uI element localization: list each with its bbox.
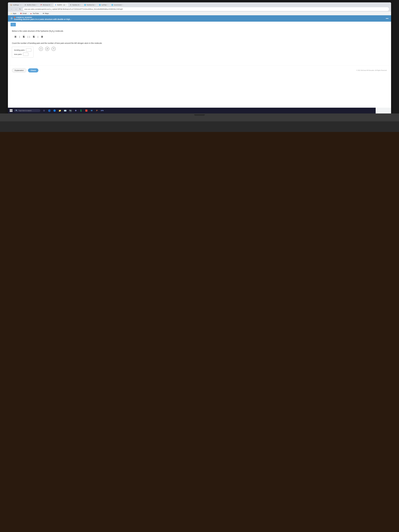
- lone-pair-dots-n2: ··: [33, 34, 35, 36]
- problem-description: Below is the Lewis structure of the hydr…: [12, 30, 387, 33]
- tab-nutrition-ar[interactable]: ⚙ Nutrition Ar ×: [69, 3, 82, 6]
- start-button[interactable]: [9, 108, 13, 113]
- bookmark-maps[interactable]: 🗺 Maps: [42, 12, 50, 15]
- tab-icon-aleks-chem: ⚙: [24, 4, 26, 6]
- header-title-section: CHEMICAL BONDING Counting electron pairs…: [14, 17, 71, 20]
- x-icon: ×: [40, 48, 41, 50]
- lone-pairs-input[interactable]: [23, 53, 28, 56]
- tab-mywings[interactable]: 🏠 myWings - ×: [9, 3, 23, 6]
- fields-box: bonding pairs: lone pairs:: [12, 47, 33, 57]
- taskview-icon[interactable]: ⊡: [42, 108, 46, 113]
- address-input[interactable]: [23, 7, 389, 11]
- close-action-button[interactable]: ×: [39, 47, 43, 51]
- header-subtitle: Counting electron pairs in a Lewis struc…: [14, 18, 71, 20]
- tab-close-aleks-chem[interactable]: ×: [36, 4, 37, 6]
- lewis-h1: H: [14, 35, 16, 39]
- lewis-bond1: :: [17, 35, 22, 39]
- tab-close-myplate[interactable]: ×: [108, 4, 108, 6]
- bookmark-apps[interactable]: ⚡ Apps: [10, 12, 17, 15]
- bookmark-youtube[interactable]: ▶ YouTube: [29, 12, 40, 15]
- search-placeholder-text: Type here to search: [19, 110, 32, 111]
- lewis-n1: ·· N: [23, 35, 25, 39]
- reload-button[interactable]: ↻: [19, 7, 22, 11]
- bookmarks-bar: ⚡ Apps M Gmail ▶ YouTube 🗺 Maps: [8, 12, 391, 15]
- minimize-bar: [386, 18, 388, 19]
- laptop-body: [0, 114, 399, 121]
- apps-icon: ⚡: [10, 13, 12, 14]
- lone-pair-dots-n1: ··: [23, 34, 25, 36]
- expand-button[interactable]: ⌄: [11, 23, 16, 26]
- formula-text: (N2H2) molecule.: [49, 30, 63, 32]
- chrome-icon[interactable]: 🔵: [52, 108, 57, 113]
- menu-icon[interactable]: ☰: [11, 17, 13, 20]
- mail-icon[interactable]: 📧: [63, 108, 68, 113]
- edge-icon[interactable]: 🌀: [47, 108, 52, 113]
- explanation-button[interactable]: Explanation: [12, 68, 26, 73]
- taskbar-apps: ⊡ 🌀 🔵 📁 📧 📷 ❖: [42, 108, 105, 113]
- search-icon: 🔍: [16, 110, 18, 112]
- lewis-structure-display: H : ·· N :: ·· N : H: [14, 35, 387, 39]
- footer-area: Explanation Check © 2021 McGraw-Hill Edu…: [8, 65, 391, 75]
- tab-icon-nutrition-ar: ⚙: [70, 4, 72, 6]
- tab-close-nutrition-cal[interactable]: ×: [95, 4, 96, 6]
- action-buttons: × ↺ ?: [39, 47, 56, 51]
- lewis-bond2: :: [35, 35, 41, 39]
- tab-myplate[interactable]: 🌐 myPlate ×: [98, 3, 110, 6]
- undo-icon: ↺: [46, 48, 48, 50]
- tab-icon-nutrition-cal: 🌐: [84, 4, 86, 6]
- youtube-icon: ▶: [30, 13, 32, 14]
- taskbar-search[interactable]: 🔍 Type here to search: [14, 109, 40, 112]
- back-button[interactable]: ←: [10, 7, 13, 11]
- bonding-pairs-label: bonding pairs:: [14, 49, 25, 51]
- copyright-text: © 2021 McGraw-Hill Education. All Rights…: [356, 70, 387, 71]
- lewis-double-bond: ::: [25, 35, 32, 39]
- apa-icon[interactable]: APA: [100, 108, 105, 113]
- tab-mcgraw-hill[interactable]: P McGraw-Hi ×: [39, 3, 53, 6]
- tab-aleks-chem[interactable]: ⚙ ALEKs Chem ×: [23, 3, 39, 6]
- topic-dot: [14, 17, 15, 18]
- lewis-n2: ·· N: [33, 35, 35, 39]
- tab-icon-recommend: 🌐: [111, 4, 113, 6]
- taskbar: 🔍 Type here to search ⊡ 🌀 🔵 📁 📧: [8, 108, 376, 114]
- bonding-pairs-input[interactable]: [26, 48, 31, 52]
- check-button[interactable]: Check: [28, 68, 38, 72]
- address-bar-row: ← → ↻: [9, 6, 390, 12]
- tab-close-mcgraw-hill[interactable]: ×: [51, 4, 51, 6]
- bonding-pairs-row: bonding pairs:: [14, 48, 31, 52]
- chevron-down-icon: ⌄: [13, 24, 14, 25]
- gmail-icon: M: [20, 13, 22, 14]
- lewis-h2: H: [41, 35, 43, 39]
- tab-close-mywings[interactable]: ×: [20, 4, 21, 6]
- grid-icon[interactable]: ❖: [73, 108, 78, 113]
- tab-close-recommend[interactable]: ×: [122, 4, 123, 6]
- question-icon: ?: [53, 48, 54, 50]
- word-icon[interactable]: W: [89, 108, 94, 113]
- count-question: Count the number of bonding pairs and th…: [12, 42, 387, 44]
- tab-recommend[interactable]: 🌐 recommend ×: [110, 3, 125, 6]
- undo-action-button[interactable]: ↺: [45, 47, 49, 51]
- camera-icon[interactable]: 📷: [68, 108, 73, 113]
- files-icon[interactable]: 📁: [57, 108, 62, 113]
- forward-button[interactable]: →: [14, 7, 17, 11]
- tab-close-nutrition-ar[interactable]: ×: [80, 4, 81, 6]
- help-action-button[interactable]: ?: [51, 47, 56, 51]
- bookmark-gmail[interactable]: M Gmail: [19, 12, 27, 15]
- tab-icon-mywings: 🏠: [10, 4, 12, 6]
- powerpoint-icon[interactable]: P: [95, 108, 99, 113]
- browser-window: 🏠 myWings - × ⚙ ALEKs Chem × P McGraw-Hi…: [8, 2, 391, 114]
- tab-icon-myplate: 🌐: [99, 4, 101, 6]
- red-icon[interactable]: 🟥: [84, 108, 89, 113]
- dollar-icon[interactable]: 💲: [79, 108, 83, 113]
- content-area: ☰ CHEMICAL BONDING Counting electron pai…: [8, 15, 391, 108]
- laptop-keyboard: [0, 121, 399, 132]
- chrome-top: 🏠 myWings - × ⚙ ALEKs Chem × P McGraw-Hi…: [8, 2, 391, 12]
- lone-pairs-row: lone pairs:: [14, 53, 31, 56]
- tab-icon-aleks-line: A: [55, 4, 57, 6]
- tab-close-aleks-line[interactable]: ×: [66, 4, 67, 6]
- aleks-header: ☰ CHEMICAL BONDING Counting electron pai…: [8, 15, 391, 22]
- tab-bar: 🏠 myWings - × ⚙ ALEKs Chem × P McGraw-Hi…: [9, 3, 390, 6]
- tab-aleks-line[interactable]: A ALEKS - Lin ×: [53, 3, 68, 6]
- screen-wrapper: 🏠 myWings - × ⚙ ALEKs Chem × P McGraw-Hi…: [0, 0, 399, 132]
- tab-nutrition-cal[interactable]: 🌐 NutritionCal ×: [83, 3, 97, 6]
- header-topic: CHEMICAL BONDING: [14, 17, 71, 18]
